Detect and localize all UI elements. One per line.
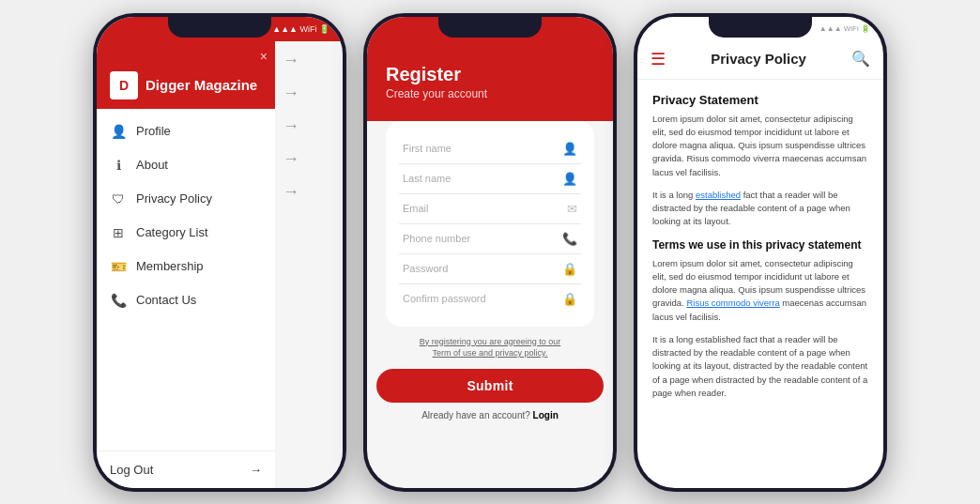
login-link[interactable]: Login bbox=[533, 410, 559, 420]
menu-title: Digger Magazine bbox=[145, 77, 257, 93]
email-field[interactable]: Email ✉ bbox=[399, 194, 581, 224]
logout-label: Log Out bbox=[110, 463, 153, 477]
close-menu-button[interactable]: × bbox=[260, 49, 268, 64]
phone-placeholder: Phone number bbox=[403, 233, 555, 244]
menu-item-membership[interactable]: 🎫 Membership bbox=[97, 250, 275, 283]
menu-label-privacy: Privacy Policy bbox=[136, 191, 262, 206]
menu-logo-icon: D bbox=[110, 71, 138, 99]
last-name-field[interactable]: Last name 👤 bbox=[399, 164, 581, 194]
bg-arrow-1: → bbox=[283, 51, 335, 70]
register-title: Register bbox=[386, 64, 594, 85]
menu-item-about[interactable]: ℹ About bbox=[97, 148, 275, 182]
privacy-section-2-title: Terms we use in this privacy statement bbox=[652, 238, 868, 252]
first-name-icon: 👤 bbox=[562, 142, 577, 156]
register-form: First name 👤 Last name 👤 Email ✉ Phone n… bbox=[386, 121, 594, 327]
established-link[interactable]: established bbox=[696, 190, 741, 200]
agree-text: By registering you are agreeing to our T… bbox=[376, 336, 604, 359]
bg-arrow-2: → bbox=[283, 84, 335, 103]
topbar-menu-icon[interactable]: ☰ bbox=[651, 49, 666, 69]
submit-button[interactable]: Submit bbox=[376, 369, 604, 403]
bg-content: → → → → → bbox=[275, 41, 343, 488]
phone-register: Register Create your account First name … bbox=[363, 13, 617, 492]
already-account-text: Already have an account? bbox=[421, 410, 530, 420]
phone-menu: ▲▲▲ WiFi 🔋 D Digger Magazine 🔍 → → → → →… bbox=[93, 13, 346, 492]
password-placeholder: Password bbox=[403, 263, 555, 274]
menu-label-category: Category List bbox=[136, 225, 262, 239]
phone2-screen: Register Create your account First name … bbox=[367, 17, 613, 488]
phone-privacy: ▲▲▲ WiFi 🔋 ☰ Privacy Policy 🔍 Privacy St… bbox=[634, 13, 887, 492]
privacy-title: Privacy Policy bbox=[711, 51, 806, 67]
contact-icon: 📞 bbox=[110, 293, 127, 308]
topbar-search-icon[interactable]: 🔍 bbox=[851, 50, 870, 68]
privacy-icon: 🛡 bbox=[110, 191, 127, 206]
privacy-section-2-body1: Lorem ipsum dolor sit amet, consectetur … bbox=[652, 257, 868, 324]
last-name-placeholder: Last name bbox=[403, 173, 555, 184]
register-subtitle: Create your account bbox=[386, 87, 594, 100]
status-icons-3: ▲▲▲ WiFi 🔋 bbox=[819, 24, 870, 33]
phone-notch-2 bbox=[438, 13, 542, 38]
agree-link[interactable]: Term of use and privacy policy. bbox=[433, 348, 548, 358]
side-menu: D Digger Magazine × 👤 Profile ℹ About 🛡 … bbox=[97, 41, 275, 488]
menu-item-category[interactable]: ⊞ Category List bbox=[97, 216, 275, 250]
bg-arrow-3: → bbox=[283, 116, 335, 136]
menu-label-about: About bbox=[136, 158, 262, 172]
profile-icon: 👤 bbox=[110, 124, 127, 139]
privacy-topbar: ☰ Privacy Policy 🔍 bbox=[637, 41, 883, 80]
phone-notch-1 bbox=[168, 13, 271, 38]
privacy-section-2-body2: It is a long established fact that a rea… bbox=[652, 333, 868, 400]
menu-label-contact: Contact Us bbox=[136, 293, 262, 307]
confirm-password-field[interactable]: Confirm password 🔒 bbox=[399, 284, 581, 313]
bg-arrow-4: → bbox=[283, 149, 335, 169]
about-icon: ℹ bbox=[110, 158, 127, 173]
confirm-password-icon: 🔒 bbox=[562, 292, 577, 306]
privacy-section-1-body2: It is a long established fact that a rea… bbox=[652, 189, 868, 229]
logout-icon: → bbox=[250, 463, 262, 477]
menu-header: D Digger Magazine × bbox=[97, 41, 275, 109]
phone3-screen: ▲▲▲ WiFi 🔋 ☰ Privacy Policy 🔍 Privacy St… bbox=[637, 17, 883, 488]
password-field[interactable]: Password 🔒 bbox=[399, 254, 581, 284]
privacy-content: Privacy Statement Lorem ipsum dolor sit … bbox=[637, 80, 883, 476]
first-name-placeholder: First name bbox=[403, 143, 555, 154]
phone-icon: 📞 bbox=[562, 232, 577, 246]
phone-field[interactable]: Phone number 📞 bbox=[399, 224, 581, 254]
menu-logo: D Digger Magazine bbox=[110, 71, 257, 99]
category-icon: ⊞ bbox=[110, 225, 127, 240]
menu-items-list: 👤 Profile ℹ About 🛡 Privacy Policy ⊞ Cat… bbox=[97, 109, 275, 451]
logout-button[interactable]: Log Out → bbox=[97, 451, 275, 488]
menu-label-membership: Membership bbox=[136, 259, 262, 273]
bg-arrow-5: → bbox=[283, 182, 335, 202]
risus-link[interactable]: Risus commodo viverra bbox=[686, 298, 779, 308]
menu-item-privacy[interactable]: 🛡 Privacy Policy bbox=[97, 182, 275, 216]
login-link-area: Already have an account? Login bbox=[376, 410, 604, 420]
password-icon: 🔒 bbox=[562, 262, 577, 276]
privacy-section-1-title: Privacy Statement bbox=[652, 93, 868, 107]
menu-item-profile[interactable]: 👤 Profile bbox=[97, 115, 275, 148]
first-name-field[interactable]: First name 👤 bbox=[399, 134, 581, 164]
menu-item-contact[interactable]: 📞 Contact Us bbox=[97, 283, 275, 317]
email-icon: ✉ bbox=[567, 202, 577, 216]
phone1-screen: ▲▲▲ WiFi 🔋 D Digger Magazine 🔍 → → → → →… bbox=[97, 17, 343, 488]
last-name-icon: 👤 bbox=[562, 172, 577, 186]
membership-icon: 🎫 bbox=[110, 259, 127, 274]
menu-label-profile: Profile bbox=[136, 124, 262, 138]
email-placeholder: Email bbox=[403, 203, 559, 214]
status-signal: ▲▲▲ WiFi 🔋 bbox=[272, 24, 329, 34]
privacy-section-1-body1: Lorem ipsum dolor sit amet, consectetur … bbox=[652, 113, 868, 179]
confirm-password-placeholder: Confirm password bbox=[403, 293, 555, 304]
phone-notch-3 bbox=[709, 13, 812, 38]
